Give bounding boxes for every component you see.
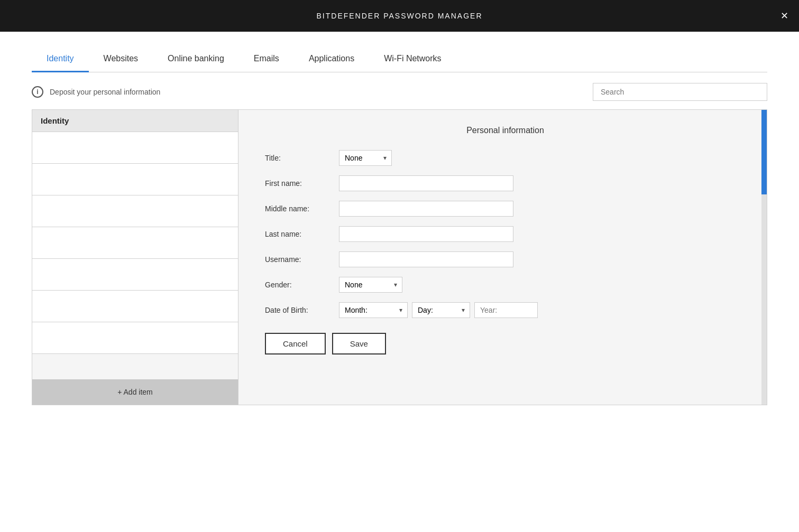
username-label: Username: [265, 255, 339, 264]
tab-emails[interactable]: Emails [239, 48, 294, 72]
username-row: Username: [265, 251, 746, 267]
search-input[interactable] [593, 83, 767, 101]
right-panel: Personal information Title: None Mr. Mrs… [238, 110, 767, 405]
gender-select-wrapper: None Male Female Other [339, 277, 402, 293]
title-label: Title: [265, 154, 339, 162]
last-name-input[interactable] [339, 226, 513, 242]
info-description: i Deposit your personal information [32, 86, 160, 98]
middle-name-label: Middle name: [265, 204, 339, 213]
tab-websites[interactable]: Websites [89, 48, 153, 72]
titlebar: BITDEFENDER PASSWORD MANAGER ✕ [0, 0, 799, 32]
tab-identity[interactable]: Identity [32, 48, 89, 72]
tab-bar: Identity Websites Online banking Emails … [32, 48, 767, 72]
gender-select[interactable]: None Male Female Other [339, 277, 402, 293]
gender-label: Gender: [265, 281, 339, 289]
list-item[interactable] [32, 132, 238, 164]
content-area: Identity + Add item Personal information… [32, 109, 767, 405]
scrollbar-thumb[interactable] [761, 110, 767, 194]
username-input[interactable] [339, 251, 513, 267]
middle-name-row: Middle name: [265, 201, 746, 217]
cancel-button[interactable]: Cancel [265, 333, 326, 354]
save-button[interactable]: Save [332, 333, 386, 354]
close-button[interactable]: ✕ [780, 11, 788, 21]
add-item-button[interactable]: + Add item [32, 379, 238, 405]
dob-label: Date of Birth: [265, 306, 339, 314]
first-name-input[interactable] [339, 175, 513, 191]
list-item[interactable] [32, 259, 238, 291]
title-row: Title: None Mr. Mrs. Ms. Dr. [265, 150, 746, 166]
description-text: Deposit your personal information [50, 88, 160, 96]
title-select-wrapper: None Mr. Mrs. Ms. Dr. [339, 150, 392, 166]
list-item[interactable] [32, 322, 238, 354]
day-select[interactable]: Day: 12345 678910 1112131415 1617181920 … [412, 302, 470, 318]
dob-row: Date of Birth: Month: JanuaryFebruaryMar… [265, 302, 746, 318]
month-select[interactable]: Month: JanuaryFebruaryMarch AprilMayJune… [339, 302, 408, 318]
tab-applications[interactable]: Applications [294, 48, 369, 72]
gender-row: Gender: None Male Female Other [265, 277, 746, 293]
title-select[interactable]: None Mr. Mrs. Ms. Dr. [339, 150, 392, 166]
left-panel: Identity + Add item [32, 110, 238, 405]
main-content: Identity Websites Online banking Emails … [0, 32, 799, 416]
tab-online-banking[interactable]: Online banking [153, 48, 239, 72]
last-name-row: Last name: [265, 226, 746, 242]
left-panel-header: Identity [32, 110, 238, 132]
first-name-label: First name: [265, 179, 339, 188]
identity-list [32, 132, 238, 378]
day-select-wrapper: Day: 12345 678910 1112131415 1617181920 … [412, 302, 470, 318]
middle-name-input[interactable] [339, 201, 513, 217]
month-select-wrapper: Month: JanuaryFebruaryMarch AprilMayJune… [339, 302, 408, 318]
tab-wifi[interactable]: Wi-Fi Networks [369, 48, 456, 72]
info-icon: i [32, 86, 43, 98]
list-item[interactable] [32, 195, 238, 227]
list-item[interactable] [32, 227, 238, 259]
first-name-row: First name: [265, 175, 746, 191]
action-buttons: Cancel Save [265, 333, 746, 354]
dob-inputs: Month: JanuaryFebruaryMarch AprilMayJune… [339, 302, 538, 318]
last-name-label: Last name: [265, 230, 339, 238]
year-input[interactable] [474, 302, 538, 318]
list-item[interactable] [32, 164, 238, 195]
section-title: Personal information [265, 126, 746, 135]
scrollbar-track [761, 110, 767, 405]
list-item[interactable] [32, 291, 238, 322]
app-title: BITDEFENDER PASSWORD MANAGER [317, 12, 483, 20]
info-bar: i Deposit your personal information [32, 83, 767, 101]
